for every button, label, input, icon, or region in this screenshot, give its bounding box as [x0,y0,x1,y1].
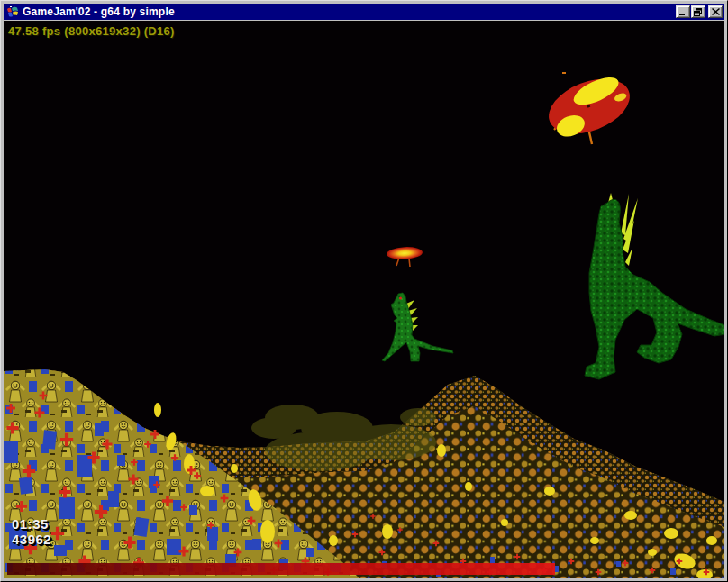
maximize-button[interactable] [691,5,705,18]
window-title: GameJam'02 - g64 by simple [23,5,675,18]
minimize-icon [678,8,687,16]
titlebar[interactable]: GameJam'02 - g64 by simple [4,4,724,20]
windows-logo-icon [5,5,20,18]
game-scene [4,21,724,578]
close-icon [712,8,720,15]
close-button[interactable] [708,5,723,18]
timer-display: 01:35 [12,516,49,532]
minimize-button[interactable] [676,5,690,18]
restore-icon [694,8,703,16]
game-window: GameJam'02 - g64 by simple [0,0,728,582]
score-display: 43962 [12,532,51,547]
game-viewport[interactable]: 47.58 fps (800x619x32) (D16) 01:35 43962 [4,21,724,578]
fps-counter: 47.58 fps (800x619x32) (D16) [8,24,175,38]
progress-bar-fill [7,563,555,575]
